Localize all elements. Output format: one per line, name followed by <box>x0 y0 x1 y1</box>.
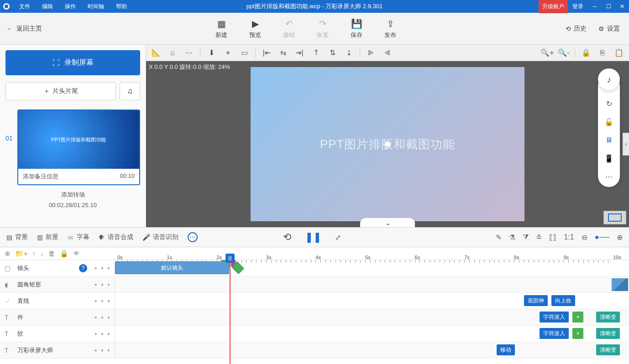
track-dots[interactable]: ●●● <box>94 348 110 353</box>
add-effect-button[interactable]: + <box>572 328 583 339</box>
maximize-button[interactable]: ☐ <box>602 0 615 13</box>
tab-background[interactable]: ▤背景 <box>6 233 28 241</box>
help-icon[interactable]: ? <box>79 264 87 272</box>
effect-char-roll[interactable]: 字符滚入 <box>540 312 569 322</box>
menu-file[interactable]: 文件 <box>16 1 33 12</box>
effect-move[interactable]: 移动 <box>497 344 515 355</box>
tab-tts[interactable]: 🗣语音合成 <box>99 233 133 241</box>
zoom-out-tl-icon[interactable]: ⊖ <box>582 233 587 242</box>
mobile-view-icon[interactable]: 📱 <box>604 153 614 163</box>
visibility-icon[interactable]: 👁 <box>73 250 80 257</box>
side-expand-button[interactable]: ‹ <box>623 133 629 156</box>
copy-icon[interactable]: ⎘ <box>595 47 610 59</box>
home-icon[interactable]: ⌂ <box>165 47 180 59</box>
music-button[interactable]: ♫ <box>120 82 140 100</box>
close-button[interactable]: ✕ <box>615 0 629 13</box>
rewind-icon[interactable]: ⟲ <box>283 231 291 243</box>
menu-help[interactable]: 帮助 <box>113 1 130 12</box>
distribute-h-icon[interactable]: ⫸ <box>364 47 378 59</box>
effect-collapse-up[interactable]: 向上收 <box>551 295 575 306</box>
folder-add-icon[interactable]: 📁+ <box>15 250 28 258</box>
filter-icon[interactable]: ⚗ <box>509 233 515 242</box>
slide-card[interactable]: PPT图片排版和截图功能 添加备注信息 00:10 <box>17 109 140 185</box>
more-icon[interactable]: ⋯ <box>182 47 196 59</box>
menu-edit[interactable]: 编辑 <box>39 1 56 12</box>
settings-button[interactable]: ⚙设置 <box>598 25 620 33</box>
history-button[interactable]: ⟲历史 <box>566 25 587 33</box>
paste-icon[interactable]: 📋 <box>612 47 626 59</box>
slide-note-placeholder[interactable]: 添加备注信息 <box>23 172 58 181</box>
more-tools-icon[interactable]: ⋯ <box>604 172 614 182</box>
canvas-stage[interactable]: PPT图片排版和截图功能 <box>251 67 524 221</box>
keyframe-diamond[interactable] <box>231 261 244 274</box>
minimize-button[interactable]: ─ <box>588 0 602 13</box>
fullscreen-icon[interactable]: ⤢ <box>335 233 341 242</box>
save-button[interactable]: 💾保存 <box>351 18 362 39</box>
minimap[interactable] <box>603 211 626 224</box>
tabs-more-button[interactable]: ⋯ <box>188 232 198 242</box>
add-transition-button[interactable]: 添加转场 <box>5 191 140 199</box>
rotate-icon[interactable]: ↻ <box>604 99 614 109</box>
lock-track-icon[interactable]: 🔒 <box>60 250 68 258</box>
track-dots[interactable]: ●●● <box>94 315 110 320</box>
focus-icon[interactable]: ⌖ <box>220 47 235 59</box>
align-left-icon[interactable]: |⇤ <box>259 47 274 59</box>
zoom-in-icon[interactable]: 🔍+ <box>540 47 555 59</box>
align-top-icon[interactable]: ⤒ <box>309 47 323 59</box>
edit-icon[interactable]: ✎ <box>496 233 502 242</box>
zoom-slider[interactable]: ●── <box>595 233 609 241</box>
playhead[interactable]: ||| <box>225 254 235 263</box>
trash-icon[interactable]: 🗑 <box>48 250 55 257</box>
tab-asr[interactable]: 🎤语音识别 <box>142 233 178 241</box>
arrow-down-icon[interactable]: ↓ <box>40 250 44 257</box>
undo-button[interactable]: ↶撤销 <box>283 18 295 39</box>
login-button[interactable]: 登录 <box>568 0 588 13</box>
clip-end-marker[interactable] <box>612 278 628 291</box>
head-tail-button[interactable]: ＋片头片尾 <box>5 82 116 100</box>
clip-default-camera[interactable]: 默认镜头 <box>115 261 229 274</box>
new-button[interactable]: ▦新建 <box>215 18 227 39</box>
redo-button[interactable]: ↷恢复 <box>317 18 329 39</box>
publish-button[interactable]: ⇪发布 <box>384 18 396 39</box>
track-dots[interactable]: ●●● <box>94 298 110 303</box>
zoom-out-icon[interactable]: 🔍- <box>556 47 571 59</box>
upgrade-button[interactable]: 升级账户 <box>539 0 568 13</box>
aspect-icon[interactable]: 1:1 <box>564 233 574 241</box>
back-button[interactable]: ← 返回主页 <box>6 25 42 33</box>
effect-clear[interactable]: 清晰变 <box>596 312 620 322</box>
align-right-icon[interactable]: ⇥| <box>292 47 307 59</box>
tab-foreground[interactable]: ▥前景 <box>37 233 58 241</box>
track-dots[interactable]: ●●● <box>94 265 110 270</box>
tab-subtitle[interactable]: ㏄字幕 <box>68 233 89 241</box>
zoom-in-tl-icon[interactable]: ⊕ <box>617 233 623 242</box>
effect-char-roll[interactable]: 字符滚入 <box>540 328 569 339</box>
music-fab-button[interactable]: ♪ <box>598 68 620 90</box>
menu-action[interactable]: 操作 <box>62 1 79 12</box>
effect-clear[interactable]: 清晰变 <box>596 328 620 339</box>
funnel-icon[interactable]: ⧩ <box>523 233 529 241</box>
ruler-icon[interactable]: 📐 <box>149 47 163 59</box>
align-bottom-icon[interactable]: ⤓ <box>341 47 356 59</box>
align-center-v-icon[interactable]: ⇅ <box>325 47 340 59</box>
track-dots[interactable]: ●●● <box>94 331 110 336</box>
preview-button[interactable]: ▶预览 <box>249 18 261 39</box>
bracket-icon[interactable]: ⟦⟧ <box>549 233 556 242</box>
align-center-h-icon[interactable]: ⇆ <box>276 47 290 59</box>
align-icon[interactable]: ▭ <box>237 47 252 59</box>
effect-stretch-bottom[interactable]: 底部伸 <box>524 295 548 306</box>
arrow-up-icon[interactable]: ↑ <box>32 250 36 257</box>
adjust-icon[interactable]: ≛ <box>536 233 542 242</box>
expand-panel-button[interactable]: ⌄ <box>360 218 415 227</box>
lock-icon[interactable]: 🔒 <box>579 47 593 59</box>
track-dots[interactable]: ●●● <box>94 282 110 287</box>
add-effect-button[interactable]: + <box>572 312 583 322</box>
menu-timeline[interactable]: 时间轴 <box>85 1 107 12</box>
unlock-icon[interactable]: 🔓 <box>604 117 614 127</box>
effect-clear[interactable]: 清晰变 <box>596 344 620 355</box>
canvas-area[interactable]: X 0.0 Y 0.0 旋转:0.0 缩放: 24% PPT图片排版和截图功能 … <box>146 61 629 227</box>
layer-down-icon[interactable]: ⬇ <box>204 47 219 59</box>
record-screen-button[interactable]: ⛶ 录制屏幕 <box>5 50 140 75</box>
add-clip-icon[interactable]: ⊕ <box>5 250 10 258</box>
desktop-view-icon[interactable]: 🖥 <box>604 135 614 145</box>
pause-button[interactable]: ❚❚ <box>305 231 321 243</box>
